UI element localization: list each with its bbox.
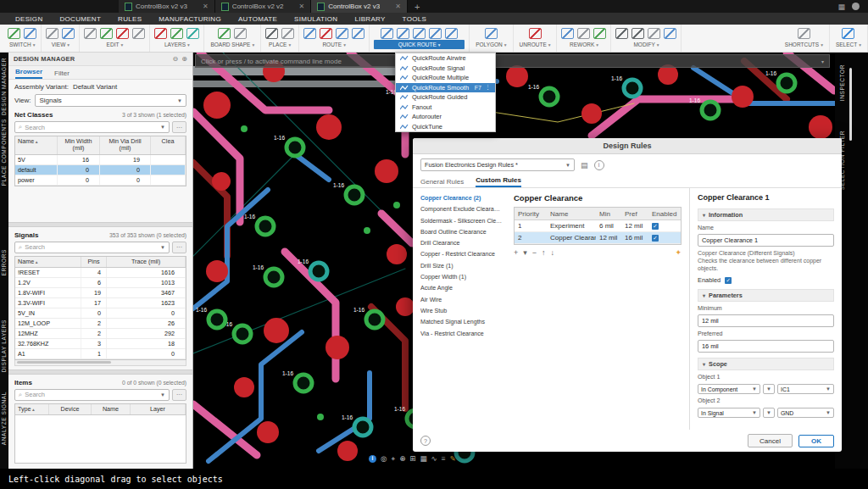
unroute-icon[interactable] — [529, 28, 542, 39]
column-header[interactable]: Name — [92, 404, 131, 414]
modify-wrench-icon[interactable] — [648, 28, 660, 39]
favorite-icon[interactable]: ✦ — [675, 248, 682, 257]
object1-extra-select[interactable]: ▼ — [763, 384, 775, 394]
rework-line-icon[interactable] — [561, 28, 574, 39]
table-row[interactable]: !RESET41616 — [15, 268, 186, 278]
toolbar-group-label[interactable]: VIEW▾ — [46, 40, 75, 49]
menu-item-document[interactable]: DOCUMENT — [59, 15, 101, 23]
enabled-checkbox[interactable]: ✓ — [652, 223, 659, 230]
column-header[interactable]: Min Width (mil) — [58, 136, 100, 154]
toolbar-group-label[interactable]: SELECT▾ — [834, 40, 863, 49]
toolbar-group-label[interactable]: EDIT▾ — [84, 40, 145, 49]
column-header[interactable]: Name — [547, 208, 596, 219]
dialog-title-bar[interactable]: Design Rules — [413, 138, 842, 154]
route-diff-pair-icon[interactable] — [336, 28, 348, 39]
more-options-icon[interactable]: ⋮ — [485, 84, 491, 91]
ruleset-select[interactable]: Fusion Electronics Design Rules * ▼ — [420, 158, 575, 171]
object1-type-select[interactable]: In Component▼ — [698, 384, 760, 394]
more-options-button[interactable]: ··· — [172, 389, 186, 401]
toolbar-group-label[interactable]: SHORTCUTS▾ — [783, 40, 825, 49]
eye-icon[interactable]: ◎ — [381, 455, 387, 463]
modify-move-icon[interactable] — [615, 28, 628, 39]
rule-category[interactable]: Copper - Restrict Clearance — [420, 249, 503, 260]
table-row[interactable]: 5V_IN00 — [15, 308, 186, 319]
pencil-icon[interactable]: ✎ — [450, 455, 456, 463]
more-options-button[interactable]: ··· — [172, 242, 186, 253]
table-row[interactable]: 12M_LOOP226 — [15, 319, 186, 329]
menu-item-simulation[interactable]: SIMULATION — [294, 15, 337, 23]
switch-board-icon[interactable] — [8, 28, 20, 39]
rule-category[interactable]: Board Outline Clearance — [420, 227, 503, 238]
view-select[interactable]: Signals ▼ — [35, 94, 186, 107]
grid-view-icon[interactable] — [46, 28, 58, 39]
object2-extra-select[interactable]: ▼ — [763, 408, 775, 418]
menu-item-design[interactable]: DESIGN — [15, 15, 42, 23]
sidebar-item-errors[interactable]: ERRORS — [1, 249, 7, 275]
tab-general-rules[interactable]: General Rules — [420, 178, 464, 187]
net-classes-search-input[interactable]: ⌕ Search ▼ — [14, 121, 170, 133]
menu-item-rules[interactable]: RULES — [118, 15, 142, 23]
place-component-icon[interactable] — [265, 28, 278, 39]
user-avatar[interactable] — [852, 3, 860, 10]
replace-icon[interactable] — [132, 28, 145, 39]
object1-value-select[interactable]: IC1▼ — [777, 384, 834, 394]
table-row[interactable]: A110 — [15, 349, 186, 359]
menu-item-library[interactable]: LIBRARY — [354, 15, 385, 23]
table-row[interactable]: 1Experiment6 mil12 mil✓ — [515, 220, 681, 232]
info-icon[interactable]: i — [594, 160, 604, 170]
rework-teardrop-icon[interactable] — [593, 28, 606, 39]
menu-item-tools[interactable]: TOOLS — [403, 15, 426, 23]
menu-item-quickroute-smooth[interactable]: QuickRoute SmoothF7⋮ — [396, 83, 495, 93]
close-icon[interactable]: ✕ — [203, 3, 209, 10]
remove-rule-button[interactable]: − — [532, 248, 537, 257]
command-line-bar[interactable]: Click or press / to activate command lin… — [195, 54, 830, 68]
column-header[interactable]: Name ▴ — [15, 136, 58, 154]
table-row[interactable]: 32.768KHZ318 — [15, 339, 186, 349]
assembly-variant-value[interactable]: Default Variant — [73, 83, 117, 91]
paste-icon[interactable] — [100, 28, 113, 39]
delete-icon[interactable] — [116, 28, 129, 39]
library-icon[interactable]: ▤ — [581, 161, 588, 169]
route-meander-icon[interactable] — [352, 28, 364, 39]
table-row[interactable]: 2Copper Clearance 112 mil16 mil✓ — [515, 232, 681, 244]
column-header[interactable]: Layer — [131, 404, 186, 414]
chevron-down-icon[interactable]: ▾ — [821, 58, 824, 64]
rule-category[interactable]: Component Exclude Clearance — [420, 204, 503, 215]
menu-item-autorouter[interactable]: Autorouter — [396, 112, 495, 122]
canvas-vertical-scrollbar[interactable] — [849, 68, 852, 141]
enabled-checkbox[interactable]: ✓ — [725, 277, 732, 284]
sidebar-item-inspector[interactable]: INSPECTOR — [839, 64, 845, 101]
document-tab[interactable]: ControlBox v2 v3✕ — [311, 0, 408, 13]
menu-item-quickroute-signal[interactable]: QuickRoute Signal — [396, 64, 495, 74]
board-outline-icon[interactable] — [218, 28, 231, 39]
rule-category[interactable]: Copper Clearance (2) — [420, 193, 503, 204]
zoom-icon[interactable]: ⊕ — [399, 455, 405, 463]
column-header[interactable]: Enabled — [648, 208, 681, 219]
rule-name-input[interactable]: Copper Clearance 1 — [698, 234, 834, 247]
sidebar-item-design-manager[interactable]: DESIGN MANAGER — [1, 58, 7, 115]
rule-category[interactable]: Copper Width (1) — [420, 272, 503, 283]
menu-item-quickroute-airwire[interactable]: QuickRoute Airwire — [396, 53, 495, 64]
sidebar-item-display-layers[interactable]: DISPLAY LAYERS — [1, 320, 7, 372]
column-header[interactable]: Priority — [515, 208, 547, 219]
table-row[interactable]: 5V1619 — [15, 155, 186, 165]
quickroute-signal-icon[interactable] — [397, 28, 409, 39]
rule-category[interactable]: Drill Size (1) — [420, 261, 503, 272]
quickroute-airwire-icon[interactable] — [381, 28, 393, 39]
rule-category[interactable]: Via - Restrict Clearance — [420, 329, 503, 340]
select-cursor-icon[interactable] — [842, 28, 854, 39]
column-header[interactable]: Device — [49, 404, 92, 414]
add-rule-chevron[interactable]: ▾ — [523, 248, 527, 257]
document-tab[interactable]: ControlBox v2 v2✕ — [215, 0, 312, 13]
items-search-input[interactable]: ⌕ Search ▼ — [14, 389, 170, 401]
column-header[interactable]: Min — [596, 208, 621, 219]
table-row[interactable]: 1.2V61013 — [15, 278, 186, 288]
cancel-button[interactable]: Cancel — [748, 434, 793, 447]
close-icon[interactable]: ✕ — [395, 3, 401, 10]
move-up-button[interactable]: ↑ — [542, 248, 546, 257]
parameters-section-header[interactable]: ▾ Parameters — [698, 289, 834, 302]
pin-icon[interactable]: ⊖ — [173, 55, 179, 63]
sidebar-item-place-components[interactable]: PLACE COMPONENTS — [1, 119, 7, 186]
copy-icon[interactable] — [84, 28, 97, 39]
menu-item-quickroute-multiple[interactable]: QuickRoute Multiple — [396, 73, 495, 83]
